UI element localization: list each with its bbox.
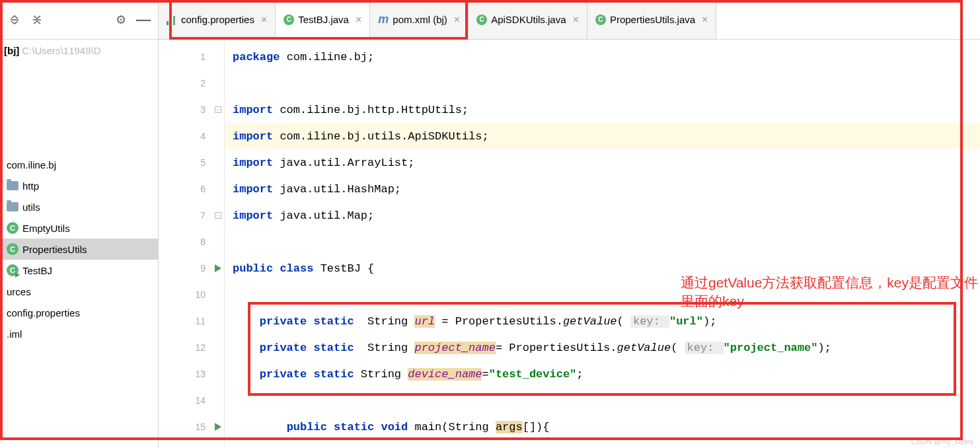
tree-class-propertiesutils[interactable]: CPropertiesUtils <box>0 239 158 260</box>
editor-tabs: config.properties × C TestBJ.java × m po… <box>159 0 980 40</box>
maven-icon: m <box>378 13 389 26</box>
code-line: import java.util.ArrayList; <box>225 149 980 176</box>
tree-config[interactable]: config.properties <box>0 302 158 323</box>
gutter-line[interactable]: 4 <box>159 123 224 149</box>
tab-label: TestBJ.java <box>298 14 349 25</box>
sidebar-toolbar: ⚙ — <box>0 0 158 40</box>
tree-class-testbj[interactable]: CTestBJ <box>0 260 158 281</box>
code-line: public static void main(String args[]){ <box>225 414 980 440</box>
gutter-line[interactable]: 11 <box>159 308 224 334</box>
properties-file-icon <box>167 15 177 25</box>
tree-package[interactable]: com.iline.bj <box>0 154 158 175</box>
class-icon: C <box>7 222 19 234</box>
tree-folder-utils[interactable]: utils <box>0 196 158 217</box>
close-icon[interactable]: × <box>573 14 579 26</box>
tab-label: pom.xml (bj) <box>393 14 447 25</box>
tree-class-emptyutils[interactable]: CEmptyUtils <box>0 217 158 239</box>
class-icon: C <box>7 243 19 255</box>
tree-iml[interactable]: .iml <box>0 323 158 344</box>
close-icon[interactable]: × <box>454 14 460 26</box>
main-layout: ⚙ — [bj] C:\Users\11949\D com.iline.bj h… <box>0 0 980 448</box>
java-class-icon: C <box>595 15 606 25</box>
gutter: 1 2 3- 4 5 6 7- 8 9 10 11 12 13 14 15 <box>159 40 225 448</box>
folder-icon <box>7 181 19 190</box>
editor-area: config.properties × C TestBJ.java × m po… <box>159 0 980 448</box>
code-line: package com.iline.bj; <box>225 44 980 70</box>
watermark: CSDN @my_styles <box>911 437 973 445</box>
annotation-text: 通过getValue方法获取配置信息，key是配置文件里面的key <box>681 274 980 311</box>
tab-label: ApiSDKUtils.java <box>491 14 566 25</box>
tab-testbj[interactable]: C TestBJ.java × <box>276 0 370 39</box>
gear-icon[interactable]: ⚙ <box>112 11 130 29</box>
code-editor[interactable]: package com.iline.bj; import com.iline.b… <box>225 40 980 448</box>
sidebar: ⚙ — [bj] C:\Users\11949\D com.iline.bj h… <box>0 0 159 448</box>
editor-body: 1 2 3- 4 5 6 7- 8 9 10 11 12 13 14 15 pa… <box>159 40 980 448</box>
code-line <box>225 229 980 255</box>
project-name: [bj] <box>4 45 19 56</box>
gutter-line[interactable]: 12 <box>159 334 224 361</box>
gutter-line[interactable]: 13 <box>159 361 224 387</box>
folder-icon <box>7 202 19 211</box>
code-line: import java.util.HashMap; <box>225 176 980 202</box>
gutter-line[interactable]: 5 <box>159 149 224 176</box>
tab-label: config.properties <box>181 14 254 25</box>
tab-pom[interactable]: m pom.xml (bj) × <box>370 0 469 39</box>
code-line: private static String url = PropertiesUt… <box>225 308 980 334</box>
gutter-line[interactable]: 6 <box>159 176 224 202</box>
gutter-line[interactable]: 1 <box>159 44 224 70</box>
code-line: private static String device_name="test_… <box>225 361 980 387</box>
tab-config-properties[interactable]: config.properties × <box>159 0 276 39</box>
close-icon[interactable]: × <box>702 14 708 26</box>
code-line: import com.iline.bj.http.HttpUtils; <box>225 96 980 123</box>
fold-icon[interactable]: - <box>215 106 221 113</box>
run-icon[interactable] <box>215 264 221 272</box>
tree-resources[interactable]: urces <box>0 281 158 302</box>
tab-propertiesutils[interactable]: C PropertiesUtils.java × <box>587 0 717 39</box>
java-class-icon: C <box>283 15 294 25</box>
java-class-icon: C <box>476 15 487 25</box>
code-line: import java.util.Map; <box>225 202 980 229</box>
gutter-line[interactable]: 3- <box>159 96 224 123</box>
fold-icon[interactable]: - <box>215 212 221 219</box>
breadcrumb: [bj] C:\Users\11949\D <box>0 40 158 61</box>
expand-all-icon[interactable] <box>5 11 24 29</box>
minimize-icon[interactable]: — <box>134 11 153 29</box>
collapse-all-icon[interactable] <box>28 11 46 29</box>
class-runnable-icon: C <box>7 264 19 276</box>
code-line <box>225 70 980 96</box>
tree-folder-http[interactable]: http <box>0 175 158 196</box>
tab-label: PropertiesUtils.java <box>610 14 695 25</box>
gutter-line[interactable]: 2 <box>159 70 224 96</box>
project-tree: com.iline.bj http utils CEmptyUtils CPro… <box>0 61 158 344</box>
project-path: C:\Users\11949\D <box>22 45 100 56</box>
gutter-line[interactable]: 14 <box>159 387 224 414</box>
code-line: private static String project_name= Prop… <box>225 334 980 361</box>
gutter-line[interactable]: 10 <box>159 281 224 308</box>
run-icon[interactable] <box>215 423 221 431</box>
gutter-line[interactable]: 9 <box>159 255 224 281</box>
code-line: import com.iline.bj.utils.ApiSDKUtils; <box>225 123 980 149</box>
gutter-line[interactable]: 7- <box>159 202 224 229</box>
tab-apisdkutils[interactable]: C ApiSDKUtils.java × <box>469 0 587 39</box>
gutter-line[interactable]: 8 <box>159 229 224 255</box>
close-icon[interactable]: × <box>356 14 361 26</box>
code-line <box>225 387 980 414</box>
close-icon[interactable]: × <box>261 14 267 26</box>
gutter-line[interactable]: 15 <box>159 414 224 440</box>
